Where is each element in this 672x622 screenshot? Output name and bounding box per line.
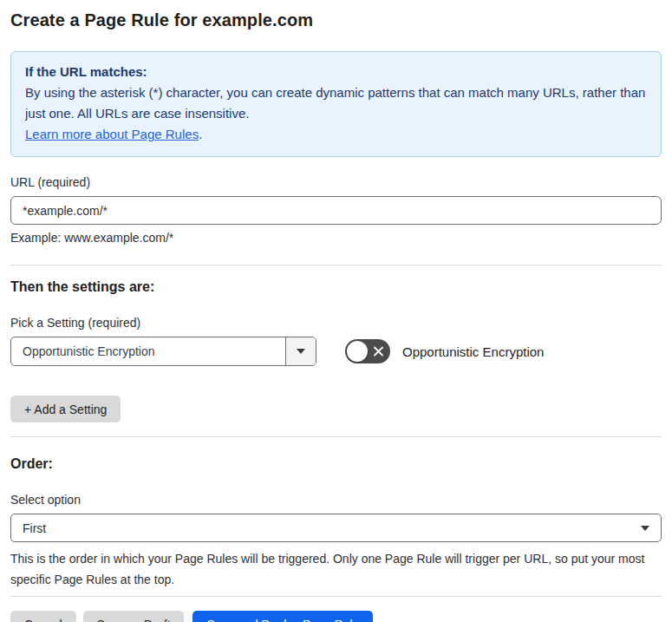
save-and-deploy-button[interactable]: Save and Deploy Page Rule <box>192 611 373 622</box>
toggle-off-x-icon <box>373 346 384 357</box>
url-input[interactable] <box>10 196 662 225</box>
pick-setting-label: Pick a Setting (required) <box>10 316 662 330</box>
link-period: . <box>199 127 202 141</box>
order-section-heading: Order: <box>10 456 662 472</box>
cancel-button[interactable]: Cancel <box>10 611 76 622</box>
page-title: Create a Page Rule for example.com <box>10 10 662 30</box>
info-box-body: By using the asterisk (*) character, you… <box>25 82 647 124</box>
url-field-label: URL (required) <box>10 175 662 189</box>
opportunistic-encryption-toggle[interactable] <box>345 339 390 363</box>
chevron-down-icon <box>297 349 305 354</box>
setting-dropdown-value: Opportunistic Encryption <box>11 337 285 365</box>
info-box-heading: If the URL matches: <box>25 62 647 82</box>
footer-divider <box>10 596 662 597</box>
url-example-text: Example: www.example.com/* <box>10 231 662 245</box>
order-select-value: First <box>23 521 641 535</box>
setting-dropdown[interactable]: Opportunistic Encryption <box>10 337 316 366</box>
section-divider <box>10 436 662 437</box>
add-setting-button[interactable]: + Add a Setting <box>10 396 121 422</box>
order-select[interactable]: First <box>10 514 662 542</box>
chevron-down-icon <box>641 526 649 531</box>
settings-section-heading: Then the settings are: <box>10 279 662 295</box>
save-as-draft-button[interactable]: Save as Draft <box>83 611 185 622</box>
info-box-link-line: Learn more about Page Rules. <box>25 124 647 145</box>
setting-row: Opportunistic Encryption Opportunistic E… <box>10 337 662 366</box>
footer-actions: Cancel Save as Draft Save and Deploy Pag… <box>10 611 662 622</box>
setting-toggle-group: Opportunistic Encryption <box>345 339 544 363</box>
url-matches-info-box: If the URL matches: By using the asteris… <box>10 51 662 157</box>
info-box-body-text: By using the asterisk (*) character, you… <box>25 85 645 121</box>
section-divider <box>10 265 662 265</box>
learn-more-link[interactable]: Learn more about Page Rules <box>25 127 199 141</box>
setting-dropdown-arrow-button[interactable] <box>285 337 316 365</box>
create-page-rule-form: Create a Page Rule for example.com If th… <box>0 0 672 622</box>
toggle-knob <box>347 341 368 362</box>
toggle-label: Opportunistic Encryption <box>402 344 544 359</box>
order-select-label: Select option <box>10 493 662 507</box>
order-help-text: This is the order in which your Page Rul… <box>10 548 662 590</box>
